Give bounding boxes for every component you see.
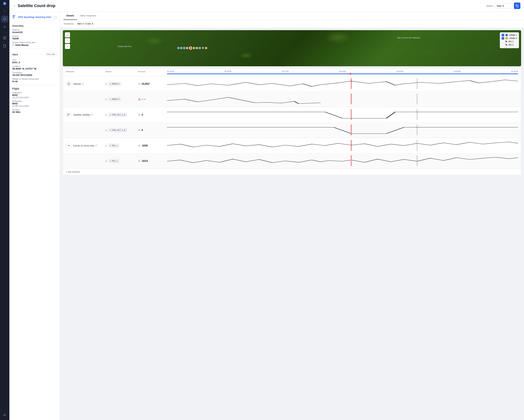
carrier-label: Carrier to noise ratio i: [73, 144, 97, 147]
alert-header: Alert View data: [12, 51, 57, 57]
sat-vis-info-icon[interactable]: i: [91, 114, 93, 116]
path-dot-6: [196, 47, 198, 49]
vehicle-label: Vehicle: [12, 35, 57, 37]
lnav1-checkbox[interactable]: ✓: [502, 34, 504, 36]
overview-title: Overview: [12, 24, 57, 27]
th-attributes: Attributes: [66, 71, 105, 74]
weight-label: Weight on Wheels during alert: [12, 78, 57, 80]
timeframe-select[interactable]: Alert +/- 5 min ▾: [75, 22, 95, 26]
path-snowflake-icon: ❄: [201, 46, 204, 50]
time-4: 15:23:00: [339, 71, 346, 72]
map-zoom-out-button[interactable]: −: [65, 38, 70, 43]
map-zoom-in-button[interactable]: +: [65, 44, 70, 49]
iru2-label: IRU 2: [508, 44, 514, 46]
carrier-attr-name: Carrier to noise ratio i: [66, 143, 105, 148]
divider-2: [12, 85, 57, 85]
iru2-ok-icon: ✓: [138, 159, 140, 163]
iru1-expand[interactable]: ▶: [105, 145, 107, 147]
add-attribute-button[interactable]: + Add attribute: [63, 169, 521, 175]
data-table: Attributes Device At event 15:18:00 15:2…: [63, 68, 521, 175]
tab-other-instances[interactable]: Other instances: [77, 12, 99, 20]
dau-a-icon: ⊙: [110, 114, 111, 116]
legend-lnav1: ✓ 🔵 LRNAV 1: [502, 34, 517, 36]
path-dot-2: [180, 47, 183, 49]
iru1-value: ✓ .0205: [138, 144, 167, 147]
dau-b-chart: [167, 125, 518, 135]
copy-button[interactable]: [514, 2, 520, 9]
madc1-device: ▶ ⊙ MADC-1: [105, 82, 138, 86]
dau-b-device: ▶ ⊙ DAU_ALT_1_B: [105, 128, 138, 132]
iru1-sat-icon: 🛰: [505, 40, 507, 43]
lru-value: DAU_2: [12, 61, 57, 64]
timestamp-item: Timestamp 19:23Z 02/11/2024: [12, 71, 57, 76]
tab-details[interactable]: Details: [63, 12, 77, 20]
altitude-madc2-row: ▶ ⊙ MADC-2 ⚠ -- --: [63, 91, 521, 107]
lnav1-label: LRNAV 1: [509, 34, 517, 36]
dau-b-expand[interactable]: ▶: [105, 129, 107, 131]
dau-a-chart: [167, 109, 518, 120]
nav-export[interactable]: [1, 411, 8, 418]
carrier-noise-group: Carrier to noise ratio i ▶ ⊙ IRU_1 ✓: [63, 138, 521, 169]
destination-label: Destination: [12, 100, 57, 102]
sat-vis-attr-name: Satellite visibility i: [66, 112, 105, 117]
table-header: Attributes Device At event 15:18:00 15:2…: [63, 69, 521, 76]
timeframe-label: Timeframe: [63, 23, 74, 25]
origination-label: Origination: [12, 91, 57, 94]
view-data-button[interactable]: View data: [45, 52, 57, 56]
status-dropdown[interactable]: New ▾: [494, 3, 512, 9]
time-5: 15:24:30: [396, 71, 403, 72]
madc2-expand[interactable]: ▶: [105, 98, 107, 100]
iru1-ok-icon: ✓: [138, 144, 140, 147]
back-button[interactable]: ‹: [13, 3, 16, 9]
map-container: Solana del Pino San Lorenzo de Calatrava…: [63, 30, 521, 66]
svg-line-7: [68, 34, 68, 35]
altitude-group: Altitude i ▶ ⊙ MADC-1 ✓ 15,65: [63, 76, 521, 107]
main-content: ‹ Satellite Count drop Status New ▾: [9, 0, 524, 420]
path-dot-5: [193, 47, 195, 49]
icon-nav-bar: 5 ⌂ ✈: [0, 0, 9, 420]
dau-a-expand[interactable]: ▶: [105, 114, 107, 116]
carrier-info-icon[interactable]: i: [95, 144, 97, 147]
altitude-info-icon[interactable]: i: [82, 83, 84, 85]
platform-label: Platform: [12, 29, 57, 31]
map-expand-button[interactable]: [65, 32, 70, 37]
timeline-fill: [167, 73, 518, 74]
nav-documents[interactable]: [1, 43, 8, 49]
dau-b-chip: ⊙ DAU_ALT_1_B: [108, 128, 127, 132]
path-dot-3: [183, 47, 185, 49]
satellite-visibility-group: Satellite visibility i ▶ ⊙ DAU_ALT_1_A ✓: [63, 107, 521, 138]
sat-vis-dau-b-row: ▶ ⊙ DAU_ALT_1_B ✓ 4: [63, 122, 521, 138]
nav-flights[interactable]: ✈: [1, 24, 8, 30]
iru1-checkbox[interactable]: [502, 40, 504, 43]
iru1-chart: [167, 140, 518, 151]
legend-lnav2: ✓ 🟠 LRNAV 2: [502, 37, 517, 40]
lnav1-sat-icon: 🔵: [505, 34, 508, 36]
iru1-device: ▶ ⊙ IRU_1: [105, 144, 138, 148]
svg-rect-6: [13, 17, 14, 18]
main-panel: Details Other instances Timeframe Alert …: [60, 12, 524, 420]
nav-home[interactable]: ⌂: [1, 8, 8, 14]
weight-item: Weight on Wheels during alert In-air: [12, 78, 57, 83]
lnav2-checkbox[interactable]: ✓: [502, 37, 504, 40]
lru-item: LRU DAU_2: [12, 59, 57, 64]
alert-type-label: GPS Spoofing/ Jamming Alert: [18, 16, 51, 19]
platform-value: Acme123: [12, 31, 57, 34]
svg-point-18: [68, 115, 68, 116]
lnav2-label: LRNAV 2: [509, 37, 517, 39]
timeframe-bar: Timeframe Alert +/- 5 min ▾: [60, 20, 524, 28]
dau-a-ok-icon: ✓: [138, 113, 140, 116]
madc1-expand[interactable]: ▶: [105, 83, 107, 85]
timestamp-label: Timestamp: [12, 71, 57, 74]
path-dot-4: [186, 47, 188, 49]
dau-a-value: ✓ 4: [138, 113, 167, 116]
iru2-checkbox[interactable]: [502, 44, 504, 46]
nav-alerts[interactable]: [1, 16, 8, 22]
alert-info-icon[interactable]: i: [54, 16, 57, 19]
chevron-down-icon-timeframe: ▾: [92, 23, 93, 25]
nav-reports[interactable]: [1, 35, 8, 41]
iru2-expand[interactable]: ▶: [105, 160, 107, 162]
page-header: ‹ Satellite Count drop Status New ▾: [9, 0, 524, 12]
tabs-bar: Details Other instances: [60, 12, 524, 20]
system-status-item: System Status during alert ✓ Valid Maste…: [12, 41, 57, 46]
path-dot-event: [189, 46, 192, 50]
